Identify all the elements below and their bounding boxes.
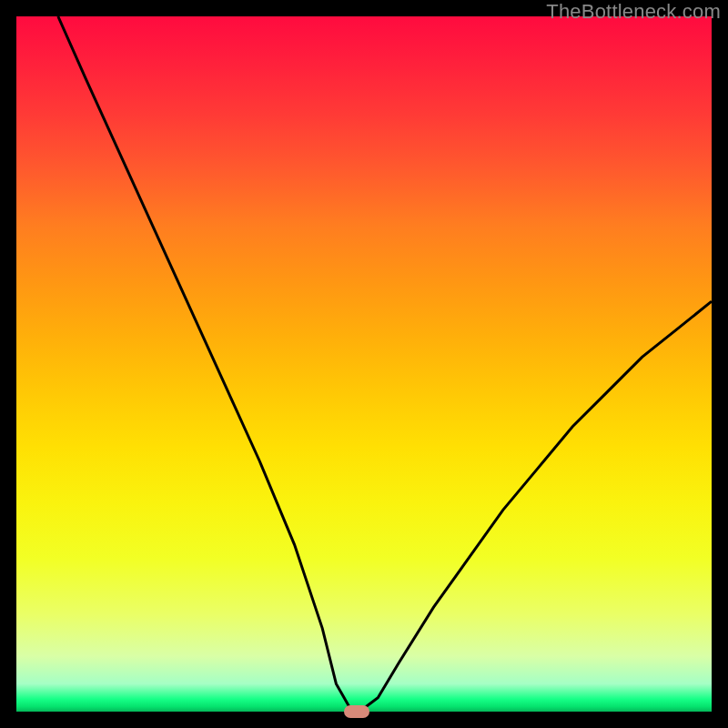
watermark-text: TheBottleneck.com — [546, 0, 721, 24]
chart-frame: TheBottleneck.com — [0, 0, 728, 728]
optimal-marker — [344, 705, 369, 718]
plot-area — [16, 16, 712, 712]
bottleneck-curve — [16, 16, 712, 712]
